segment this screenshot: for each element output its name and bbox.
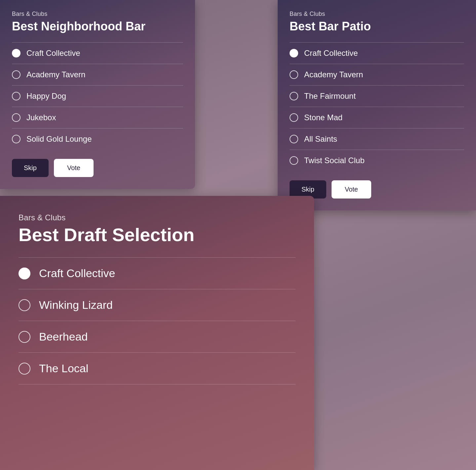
button-row-2: Skip Vote [290,180,464,199]
skip-button-1[interactable]: Skip [12,159,49,177]
option-row-craft-collective-3[interactable]: Craft Collective [19,257,296,289]
radio-empty-icon-1-4 [12,113,20,122]
radio-empty-icon-2-6 [290,156,298,165]
vote-button-2[interactable]: Vote [332,180,371,199]
option-text-3-3: Beerhead [39,330,88,343]
option-row-all-saints-2[interactable]: All Saints [290,128,464,150]
option-text-1-1: Craft Collective [26,49,80,58]
option-row-twist-2[interactable]: Twist Social Club [290,150,464,171]
radio-empty-icon-2-5 [290,135,298,143]
radio-empty-icon-3-3 [19,331,30,343]
option-row-beerhead-3[interactable]: Beerhead [19,321,296,352]
option-row-stone-mad-2[interactable]: Stone Mad [290,107,464,128]
option-row-academy-tavern-1[interactable]: Academy Tavern [12,64,183,85]
option-text-2-2: Academy Tavern [304,70,363,79]
option-row-academy-tavern-2[interactable]: Academy Tavern [290,64,464,85]
option-text-2-3: The Fairmount [304,91,356,101]
radio-empty-icon-1-5 [12,135,20,143]
option-text-1-5: Solid Gold Lounge [26,134,92,144]
card-neighborhood-bar: Bars & Clubs Best Neighborhood Bar Craft… [0,0,195,189]
category-label-3: Bars & Clubs [19,213,296,222]
option-row-winking-lizard-3[interactable]: Winking Lizard [19,289,296,321]
radio-empty-icon-3-2 [19,299,30,311]
option-row-craft-collective-2[interactable]: Craft Collective [290,42,464,64]
category-label-1: Bars & Clubs [12,11,183,18]
radio-filled-icon-1 [12,49,20,57]
radio-filled-icon-2 [290,49,298,57]
option-text-1-4: Jukebox [26,113,56,122]
poll-title-3: Best Draft Selection [19,224,296,245]
option-row-solid-gold-1[interactable]: Solid Gold Lounge [12,128,183,150]
radio-empty-icon-2-2 [290,70,298,79]
category-label-2: Bars & Clubs [290,11,464,18]
option-text-2-5: All Saints [304,134,337,144]
option-row-craft-collective-1[interactable]: Craft Collective [12,42,183,64]
vote-button-1[interactable]: Vote [54,159,94,177]
card-draft-selection: Bars & Clubs Best Draft Selection Craft … [0,196,314,470]
radio-empty-icon-3-4 [19,363,30,375]
option-text-1-2: Academy Tavern [26,70,85,79]
option-text-3-2: Winking Lizard [39,299,113,311]
option-text-2-1: Craft Collective [304,49,358,58]
option-row-fairmount-2[interactable]: The Fairmount [290,85,464,107]
option-row-the-local-3[interactable]: The Local [19,352,296,384]
option-text-3-4: The Local [39,362,88,375]
radio-empty-icon-1-2 [12,70,20,79]
poll-title-1: Best Neighborhood Bar [12,19,183,33]
button-row-1: Skip Vote [12,159,183,177]
radio-empty-icon-1-3 [12,92,20,100]
card-bar-patio: Bars & Clubs Best Bar Patio Craft Collec… [278,0,476,210]
radio-empty-icon-2-4 [290,113,298,122]
radio-filled-icon-3 [19,268,30,279]
poll-title-2: Best Bar Patio [290,19,464,33]
option-text-3-1: Craft Collective [39,267,115,280]
option-row-happy-dog-1[interactable]: Happy Dog [12,85,183,107]
option-text-1-3: Happy Dog [26,91,66,101]
option-text-2-6: Twist Social Club [304,156,365,165]
option-row-jukebox-1[interactable]: Jukebox [12,107,183,128]
option-text-2-4: Stone Mad [304,113,342,122]
radio-empty-icon-2-3 [290,92,298,100]
